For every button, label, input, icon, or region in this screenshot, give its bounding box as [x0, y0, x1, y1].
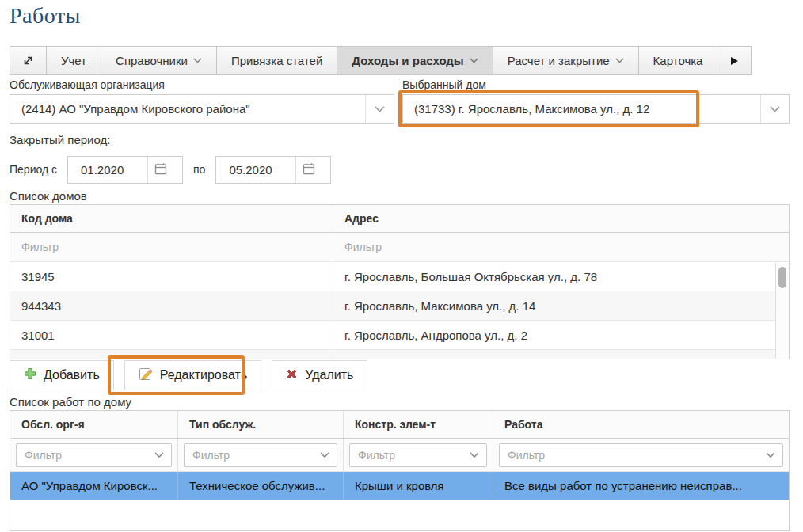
play-icon	[729, 56, 739, 66]
works-work-filter[interactable]	[499, 443, 783, 467]
cell-service-type: Техническое обслужив...	[178, 472, 344, 500]
works-org-filter-input[interactable]	[17, 449, 147, 462]
house-address-filter-input[interactable]	[344, 241, 744, 253]
period-from-field	[67, 156, 183, 184]
delete-button[interactable]: Удалить	[272, 360, 367, 390]
expand-diagonal-icon	[22, 55, 34, 66]
works-service-type-filter-input[interactable]	[185, 449, 313, 462]
table-row[interactable]: 31002 г. Ярославль, Андропова ул., д. 25…	[10, 350, 789, 359]
tab-raschet-i-zakrytie[interactable]: Расчет и закрытие	[493, 46, 639, 75]
works-service-type-filter[interactable]	[184, 443, 337, 467]
works-element-filter-input[interactable]	[350, 449, 462, 462]
works-filter-row	[10, 439, 789, 472]
chevron-down-icon	[470, 58, 478, 63]
org-select[interactable]: (2414) АО "Управдом Кировского района"	[10, 94, 394, 124]
houses-section-label: Список домов	[10, 189, 87, 203]
chevron-down-icon	[615, 58, 624, 63]
period-row: Период с по	[10, 155, 331, 184]
table-row[interactable]: 31945 г. Ярославль, Большая Октябрьская …	[10, 262, 789, 291]
plus-icon	[24, 367, 36, 383]
period-to-input[interactable]	[216, 163, 295, 177]
cell-work: Все виды работ по устранению неисправ...	[493, 472, 789, 500]
column-header-element: Констр. элем-т	[344, 411, 493, 438]
works-work-filter-input[interactable]	[500, 449, 759, 462]
expand-button[interactable]	[10, 46, 47, 75]
main-toolbar: Учет Справочники Привязка статей Доходы …	[10, 46, 752, 75]
period-to-label: по	[193, 163, 205, 176]
works-org-filter[interactable]	[16, 443, 172, 467]
chevron-down-icon	[759, 452, 782, 458]
scrollbar-thumb[interactable]	[778, 267, 786, 288]
edit-pencil-icon	[139, 367, 153, 384]
nav-next-button[interactable]	[717, 46, 752, 75]
chevron-down-icon	[147, 452, 171, 458]
calendar-icon	[303, 162, 315, 177]
calendar-icon	[154, 162, 167, 177]
org-select-value: (2414) АО "Управдом Кировского района"	[10, 102, 365, 116]
add-button[interactable]: Добавить	[10, 360, 114, 390]
org-select-dropdown-button[interactable]	[365, 95, 394, 123]
page-title: Работы	[10, 3, 81, 28]
chevron-down-icon	[193, 58, 202, 63]
cell-org: АО "Управдом Кировск...	[10, 472, 178, 500]
tab-dohody-i-rashody[interactable]: Доходы и расходы	[337, 46, 493, 75]
works-header-row: Обсл. орг-я Тип обслуж. Констр. элем-т Р…	[10, 411, 789, 439]
chevron-down-icon	[313, 452, 337, 458]
houses-actions: Добавить Редактировать Удалить	[10, 360, 367, 390]
calendar-button[interactable]	[295, 157, 322, 183]
column-header-org: Обсл. орг-я	[10, 411, 178, 438]
period-to-field	[215, 156, 331, 184]
period-from-label: Период с	[10, 163, 57, 176]
cell-element: Крыши и кровля	[344, 472, 493, 500]
period-from-input[interactable]	[68, 163, 147, 177]
calendar-button[interactable]	[147, 157, 173, 183]
chevron-down-icon	[375, 106, 385, 112]
house-code-filter-input[interactable]	[21, 241, 302, 253]
delete-x-icon	[286, 368, 298, 383]
works-element-filter[interactable]	[349, 443, 487, 467]
closed-period-label: Закрытый период:	[10, 133, 110, 146]
chevron-down-icon	[770, 106, 780, 112]
table-row[interactable]: 944343 г. Ярославль, Максимова ул., д. 1…	[10, 291, 789, 321]
column-header-address: Адрес	[333, 205, 789, 232]
tab-privyazka-statey[interactable]: Привязка статей	[216, 46, 337, 75]
houses-scrollbar[interactable]	[775, 263, 789, 359]
house-select-label: Выбранный дом	[402, 78, 486, 91]
edit-button[interactable]: Редактировать	[124, 360, 262, 390]
works-table: Обсл. орг-я Тип обслуж. Констр. элем-т Р…	[10, 410, 790, 531]
works-page: Работы Учет Справочники Привязка статей …	[0, 0, 803, 532]
column-header-work: Работа	[493, 411, 789, 438]
houses-table: Код дома Адрес 31945 г. Ярославль, Больш…	[10, 204, 790, 359]
chevron-down-icon	[462, 452, 486, 458]
houses-header-row: Код дома Адрес	[10, 205, 789, 233]
table-row[interactable]: 31001 г. Ярославль, Андропова ул., д. 2	[10, 321, 789, 350]
tab-uchet[interactable]: Учет	[46, 46, 101, 75]
tab-kartochka[interactable]: Карточка	[638, 46, 718, 75]
works-section-label: Список работ по дому	[10, 395, 131, 408]
house-select-dropdown-button[interactable]	[760, 95, 789, 123]
column-header-code: Код дома	[10, 205, 333, 232]
house-select[interactable]: (31733) г. Ярославль, Максимова ул., д. …	[402, 94, 790, 124]
tab-spravochniki[interactable]: Справочники	[101, 46, 217, 75]
house-select-value: (31733) г. Ярославль, Максимова ул., д. …	[403, 102, 760, 116]
column-header-service-type: Тип обслуж.	[178, 411, 344, 438]
works-selected-row[interactable]: АО "Управдом Кировск... Техническое обсл…	[10, 472, 789, 500]
org-select-label: Обслуживающая организация	[10, 78, 165, 91]
houses-filter-row	[10, 233, 789, 262]
